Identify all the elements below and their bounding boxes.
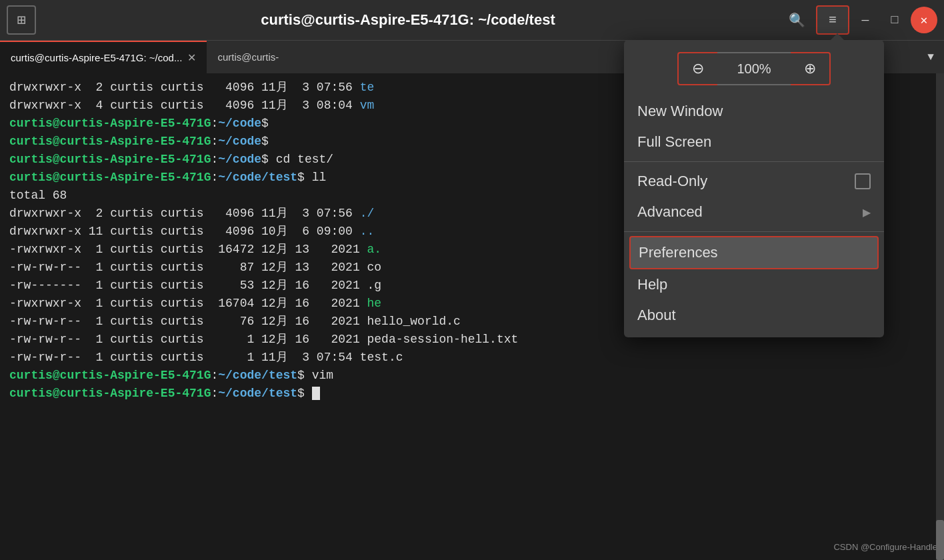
minimize-icon: — — [862, 13, 869, 27]
menu-item-about[interactable]: About — [624, 300, 884, 331]
menu-item-advanced[interactable]: Advanced ▶ — [624, 197, 884, 227]
search-button[interactable]: 🔍 — [780, 5, 813, 35]
zoom-row: ⊖ 100% ⊕ — [635, 52, 873, 85]
hamburger-icon: ≡ — [829, 13, 837, 28]
close-icon: ✕ — [921, 13, 928, 27]
menu-item-full-screen[interactable]: Full Screen — [624, 127, 884, 157]
maximize-icon: □ — [891, 13, 899, 27]
tab-1-label: curtis@curtis-Aspire-E5-471G: ~/cod... — [11, 52, 182, 63]
terminal-line: -rw-rw-r-- 1 curtis curtis 1 11月 3 07:54… — [9, 349, 935, 367]
zoom-in-button[interactable]: ⊕ — [791, 52, 831, 85]
tab-2[interactable]: curtis@curtis- — [207, 41, 289, 73]
tab-1-close[interactable]: ✕ — [187, 51, 196, 64]
dropdown-arrow-icon: ▼ — [927, 51, 934, 63]
menu-item-preferences[interactable]: Preferences — [629, 236, 879, 269]
terminal-line: curtis@curtis-Aspire-E5-471G:~/code/test… — [9, 385, 935, 403]
window-controls: 🔍 ≡ — □ ✕ — [780, 5, 937, 35]
new-window-label: New Window — [637, 103, 871, 120]
menu-item-read-only[interactable]: Read-Only — [624, 166, 884, 197]
search-icon: 🔍 — [789, 12, 805, 29]
zoom-out-button[interactable]: ⊖ — [677, 52, 717, 85]
dropdown-menu: ⊖ 100% ⊕ New Window Full Screen Read-Onl… — [624, 40, 884, 337]
submenu-arrow-icon: ▶ — [863, 206, 871, 219]
full-screen-label: Full Screen — [637, 133, 871, 151]
menu-button[interactable]: ≡ — [816, 5, 849, 35]
tab-dropdown-button[interactable]: ▼ — [917, 41, 944, 73]
tab-2-label: curtis@curtis- — [217, 51, 279, 63]
scrollbar[interactable] — [936, 73, 944, 560]
zoom-in-icon: ⊕ — [804, 60, 816, 77]
terminal-line: curtis@curtis-Aspire-E5-471G:~/code/test… — [9, 367, 935, 385]
zoom-out-icon: ⊖ — [692, 60, 704, 77]
menu-divider-2 — [624, 231, 884, 232]
minimize-button[interactable]: — — [852, 7, 879, 33]
read-only-checkbox[interactable] — [855, 173, 871, 189]
read-only-label: Read-Only — [637, 173, 855, 190]
close-button[interactable]: ✕ — [911, 7, 937, 33]
tab-1[interactable]: curtis@curtis-Aspire-E5-471G: ~/cod... ✕ — [0, 41, 207, 73]
maximize-button[interactable]: □ — [881, 7, 908, 33]
window-title: curtis@curtis-Aspire-E5-471G: ~/code/tes… — [36, 11, 780, 29]
menu-divider-1 — [624, 161, 884, 162]
menu-item-new-window[interactable]: New Window — [624, 96, 884, 127]
new-tab-icon: ⊞ — [17, 11, 25, 29]
watermark: CSDN @Configure-Handle — [833, 541, 937, 554]
new-tab-button[interactable]: ⊞ — [7, 5, 36, 35]
advanced-label: Advanced — [637, 203, 863, 221]
scrollbar-thumb[interactable] — [936, 520, 944, 560]
preferences-label: Preferences — [639, 244, 869, 261]
titlebar: ⊞ curtis@curtis-Aspire-E5-471G: ~/code/t… — [0, 0, 944, 40]
zoom-level-display: 100% — [717, 52, 791, 85]
about-label: About — [637, 307, 871, 324]
help-label: Help — [637, 276, 871, 293]
menu-item-help[interactable]: Help — [624, 269, 884, 300]
